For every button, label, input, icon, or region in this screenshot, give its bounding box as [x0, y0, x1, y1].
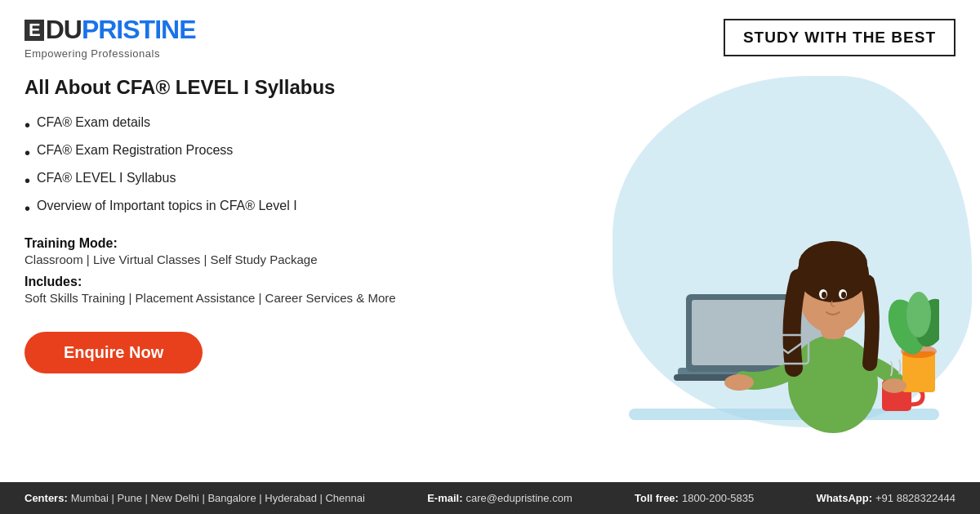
centers-value: Mumbai | Pune | New Delhi | Bangalore | … [71, 492, 365, 504]
study-badge: STUDY WITH THE BEST [724, 19, 956, 56]
training-label: Training Mode: [24, 236, 118, 250]
svg-point-13 [841, 292, 846, 298]
training-value: Classroom | Live Virtual Classes | Self … [24, 253, 564, 266]
whatsapp-label: WhatsApp: [816, 492, 872, 504]
includes-label: Includes: [24, 275, 82, 288]
bullet-list: CFA® Exam details CFA® Exam Registration… [24, 115, 564, 218]
banner-container: E DU PRISTINE Empowering Professionals S… [0, 0, 980, 514]
header: E DU PRISTINE Empowering Professionals S… [0, 0, 980, 68]
centers-label: Centers: [24, 492, 68, 504]
svg-point-19 [906, 292, 931, 337]
logo-box: E [24, 20, 44, 41]
includes-section: Includes: Soft Skills Training | Placeme… [24, 275, 564, 305]
list-item: CFA® Exam details [24, 115, 564, 135]
svg-point-12 [822, 292, 826, 298]
svg-point-21 [724, 374, 754, 391]
logo-area: E DU PRISTINE Empowering Professionals [24, 15, 195, 60]
list-item: Overview of Important topics in CFA® Lev… [24, 199, 564, 218]
footer: Centers: Mumbai | Pune | New Delhi | Ban… [0, 482, 980, 514]
email-value: care@edupristine.com [466, 492, 572, 504]
training-section: Training Mode: Classroom | Live Virtual … [24, 236, 564, 266]
tollfree-value: 1800-200-5835 [682, 492, 754, 504]
page-title: All About CFA® LEVEL I Syllabus [24, 76, 564, 99]
list-item: CFA® LEVEL I Syllabus [24, 171, 564, 190]
footer-email: E-mail: care@edupristine.com [427, 492, 572, 504]
svg-point-9 [799, 241, 867, 287]
whatsapp-value: +91 8828322444 [875, 492, 956, 504]
list-item: CFA® Exam Registration Process [24, 143, 564, 163]
illustration-svg [580, 131, 939, 474]
left-content: All About CFA® LEVEL I Syllabus CFA® Exa… [24, 68, 564, 474]
main-content: All About CFA® LEVEL I Syllabus CFA® Exa… [0, 68, 980, 482]
footer-whatsapp: WhatsApp: +91 8828322444 [816, 492, 956, 504]
svg-point-22 [882, 378, 906, 393]
logo-du: DU [46, 15, 82, 45]
includes-value: Soft Skills Training | Placement Assista… [24, 291, 564, 305]
tollfree-label: Toll free: [635, 492, 679, 504]
email-label: E-mail: [427, 492, 462, 504]
footer-centers: Centers: Mumbai | Pune | New Delhi | Ban… [24, 492, 365, 504]
logo-tagline: Empowering Professionals [24, 47, 195, 60]
footer-tollfree: Toll free: 1800-200-5835 [635, 492, 754, 504]
logo: E DU PRISTINE [24, 15, 195, 45]
logo-pristine: PRISTINE [82, 15, 196, 45]
right-illustration [564, 68, 956, 474]
enquire-button[interactable]: Enquire Now [24, 332, 203, 373]
